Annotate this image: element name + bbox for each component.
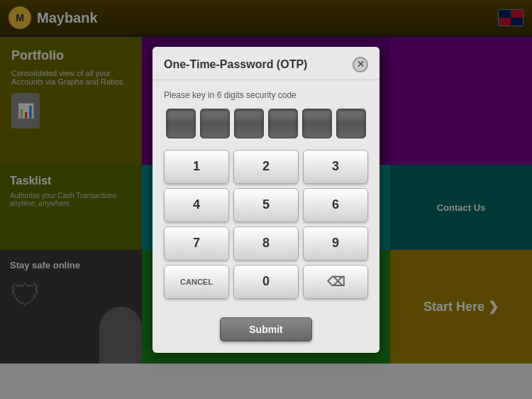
otp-body: Please key in 6 digits security code 1 2… [153, 80, 379, 309]
submit-area: Submit [153, 309, 379, 353]
otp-digit-6 [336, 109, 366, 138]
otp-modal: One-Time-Password (OTP) ✕ Please key in … [153, 47, 379, 353]
otp-digit-3 [234, 109, 264, 138]
otp-digit-1 [166, 109, 196, 138]
otp-digit-2 [200, 109, 230, 138]
close-button[interactable]: ✕ [353, 57, 368, 72]
otp-digit-4 [268, 109, 298, 138]
app-background: M Maybank Portfolio Consolidated view of… [0, 0, 532, 399]
delete-button[interactable]: ⌫ [303, 265, 368, 299]
numpad-5[interactable]: 5 [233, 188, 299, 222]
otp-header: One-Time-Password (OTP) ✕ [153, 47, 379, 80]
numpad-3[interactable]: 3 [303, 150, 368, 184]
numpad-2[interactable]: 2 [233, 150, 299, 184]
numpad-8[interactable]: 8 [233, 226, 299, 261]
modal-overlay: One-Time-Password (OTP) ✕ Please key in … [0, 0, 532, 399]
otp-digit-boxes [164, 109, 368, 138]
cancel-button[interactable]: CANCEL [164, 265, 229, 299]
otp-title: One-Time-Password (OTP) [164, 58, 307, 71]
otp-digit-5 [302, 109, 332, 138]
submit-button[interactable]: Submit [220, 317, 311, 341]
numpad-1[interactable]: 1 [164, 150, 229, 184]
numpad-7[interactable]: 7 [164, 226, 229, 261]
numpad: 1 2 3 4 5 6 7 8 9 CANCEL 0 ⌫ [164, 150, 368, 299]
otp-instruction: Please key in 6 digits security code [164, 90, 368, 100]
numpad-4[interactable]: 4 [164, 188, 229, 222]
numpad-9[interactable]: 9 [303, 226, 368, 261]
delete-icon: ⌫ [327, 274, 345, 290]
numpad-6[interactable]: 6 [303, 188, 368, 222]
numpad-0[interactable]: 0 [233, 265, 299, 299]
